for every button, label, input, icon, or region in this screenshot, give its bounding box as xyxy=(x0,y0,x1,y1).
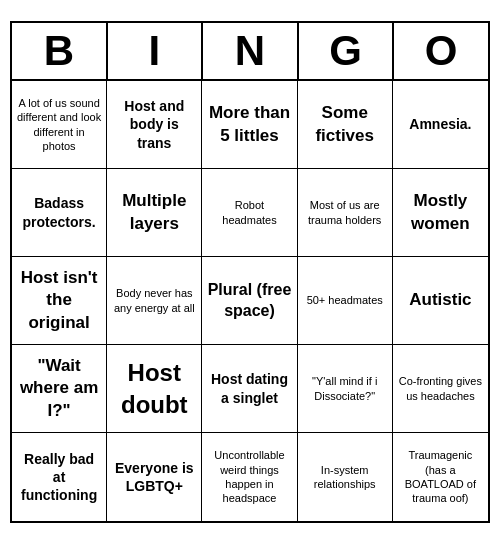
bingo-cell: Host dating a singlet xyxy=(202,345,297,433)
bingo-cell: A lot of us sound different and look dif… xyxy=(12,81,107,169)
bingo-cell: Robot headmates xyxy=(202,169,297,257)
bingo-grid: A lot of us sound different and look dif… xyxy=(12,81,488,521)
bingo-cell: Co-fronting gives us headaches xyxy=(393,345,488,433)
bingo-cell: Amnesia. xyxy=(393,81,488,169)
bingo-cell: Body never has any energy at all xyxy=(107,257,202,345)
header-letter: I xyxy=(108,23,204,79)
bingo-cell: More than 5 littles xyxy=(202,81,297,169)
bingo-cell: In-system relationships xyxy=(298,433,393,521)
bingo-cell: Host and body is trans xyxy=(107,81,202,169)
bingo-card: BINGO A lot of us sound different and lo… xyxy=(10,21,490,523)
bingo-cell: Traumagenic (has a BOATLOAD of trauma oo… xyxy=(393,433,488,521)
bingo-cell: Multiple layers xyxy=(107,169,202,257)
bingo-cell: 50+ headmates xyxy=(298,257,393,345)
bingo-cell: Autistic xyxy=(393,257,488,345)
bingo-cell: Mostly women xyxy=(393,169,488,257)
header-letter: N xyxy=(203,23,299,79)
bingo-header: BINGO xyxy=(12,23,488,81)
bingo-cell: Badass protectors. xyxy=(12,169,107,257)
bingo-cell: Everyone is LGBTQ+ xyxy=(107,433,202,521)
bingo-cell: Plural (free space) xyxy=(202,257,297,345)
bingo-cell: Host doubt xyxy=(107,345,202,433)
bingo-cell: Host isn't the original xyxy=(12,257,107,345)
bingo-cell: "Wait where am I?" xyxy=(12,345,107,433)
bingo-cell: Uncontrollable weird things happen in he… xyxy=(202,433,297,521)
header-letter: G xyxy=(299,23,395,79)
header-letter: B xyxy=(12,23,108,79)
bingo-cell: "Y'all mind if i Dissociate?" xyxy=(298,345,393,433)
bingo-cell: Most of us are trauma holders xyxy=(298,169,393,257)
header-letter: O xyxy=(394,23,488,79)
bingo-cell: Really bad at functioning xyxy=(12,433,107,521)
bingo-cell: Some fictives xyxy=(298,81,393,169)
